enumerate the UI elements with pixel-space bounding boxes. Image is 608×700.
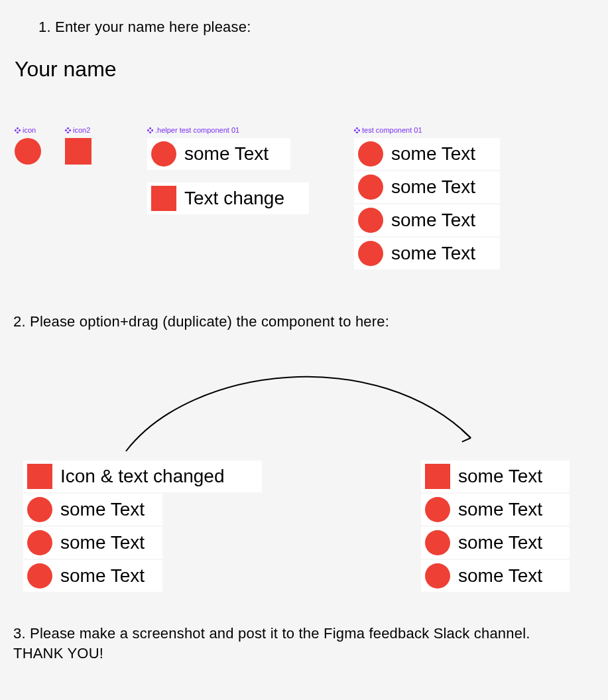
svg-rect-1 [15, 129, 17, 132]
square-icon [425, 464, 450, 489]
square-icon [65, 138, 91, 165]
component-label-text: .helper test component 01 [155, 127, 239, 134]
list-item[interactable]: some Text [421, 494, 570, 525]
component-label-text: icon2 [73, 127, 90, 134]
list-item-text: some Text [391, 210, 475, 231]
component-icon2[interactable]: icon2 [65, 127, 91, 165]
component-diamond-icon [354, 127, 360, 133]
circle-icon [15, 138, 41, 165]
component-list: Icon & text changed some Text some Text … [23, 460, 262, 592]
svg-rect-5 [65, 129, 67, 132]
list-item-text: some Text [458, 532, 542, 553]
svg-rect-4 [67, 127, 70, 129]
list-item-text: some Text [60, 499, 145, 520]
component-label-text: icon [23, 127, 36, 134]
name-heading: Your name [15, 57, 117, 82]
component-list: some Text some Text some Text some Text [421, 460, 570, 592]
list-item-text: some Text [391, 143, 475, 165]
list-item[interactable]: some Text [354, 204, 500, 236]
svg-rect-7 [67, 131, 70, 133]
instruction-step-3: 3. Please make a screenshot and post it … [13, 624, 583, 663]
helper-row-text: Text change [184, 188, 284, 209]
test-component-01[interactable]: test component 01 some Text some Text so… [354, 127, 500, 269]
list-item[interactable]: some Text [354, 238, 500, 269]
list-item[interactable]: some Text [23, 494, 162, 525]
instruction-step-1: 1. Enter your name here please: [38, 19, 251, 36]
list-item-text: some Text [391, 176, 475, 198]
list-item-text: some Text [60, 565, 145, 587]
test-component-instance-duplicate[interactable]: some Text some Text some Text some Text [421, 460, 570, 592]
helper-row[interactable]: Text change [147, 182, 309, 214]
list-item-text: some Text [391, 243, 475, 264]
square-icon [151, 186, 176, 211]
instruction-step-2: 2. Please option+drag (duplicate) the co… [13, 313, 389, 330]
svg-rect-11 [149, 131, 152, 133]
svg-rect-6 [69, 129, 71, 132]
circle-icon [27, 497, 52, 522]
svg-rect-0 [17, 127, 19, 129]
svg-rect-15 [356, 131, 359, 133]
circle-icon [358, 175, 383, 200]
component-label-icon: icon [15, 127, 41, 134]
helper-test-component-variant[interactable]: Text change [147, 182, 309, 214]
list-item[interactable]: Icon & text changed [23, 460, 262, 492]
component-label-comp01: test component 01 [354, 127, 500, 134]
component-label-icon2: icon2 [65, 127, 91, 134]
circle-icon [27, 530, 52, 555]
list-item-text: some Text [60, 532, 145, 553]
svg-rect-8 [149, 127, 152, 129]
list-item[interactable]: some Text [354, 138, 500, 170]
component-label-helper: .helper test component 01 [147, 127, 290, 134]
list-item[interactable]: some Text [23, 560, 162, 592]
helper-row-text: some Text [184, 143, 269, 165]
arrow-icon [113, 352, 484, 464]
svg-rect-14 [358, 129, 360, 132]
svg-rect-12 [356, 127, 359, 129]
list-item-text: some Text [458, 565, 542, 587]
list-item[interactable]: some Text [421, 560, 570, 592]
circle-icon [425, 563, 450, 589]
component-list: some Text some Text some Text some Text [354, 138, 500, 269]
svg-rect-10 [151, 129, 153, 132]
circle-icon [425, 497, 450, 522]
list-item[interactable]: some Text [354, 171, 500, 203]
list-item[interactable]: some Text [421, 527, 570, 559]
component-diamond-icon [147, 127, 153, 133]
square-icon [27, 464, 52, 489]
circle-icon [358, 241, 383, 266]
list-item-text: some Text [458, 466, 542, 487]
svg-rect-3 [17, 131, 19, 133]
list-item[interactable]: some Text [421, 460, 570, 492]
component-diamond-icon [15, 127, 21, 133]
helper-test-component-01[interactable]: .helper test component 01 some Text [147, 127, 290, 170]
component-icon[interactable]: icon [15, 127, 41, 165]
test-component-instance-modified[interactable]: Icon & text changed some Text some Text … [23, 460, 262, 592]
svg-rect-13 [354, 129, 356, 132]
list-item-text: some Text [458, 499, 542, 520]
circle-icon [425, 530, 450, 555]
helper-row[interactable]: some Text [147, 138, 290, 170]
circle-icon [151, 141, 176, 167]
circle-icon [358, 208, 383, 233]
circle-icon [358, 141, 383, 167]
svg-rect-2 [19, 129, 21, 132]
circle-icon [27, 563, 52, 589]
list-item[interactable]: some Text [23, 527, 162, 559]
component-diamond-icon [65, 127, 71, 133]
component-label-text: test component 01 [362, 127, 422, 134]
svg-rect-9 [147, 129, 149, 132]
list-item-text: Icon & text changed [60, 466, 225, 487]
